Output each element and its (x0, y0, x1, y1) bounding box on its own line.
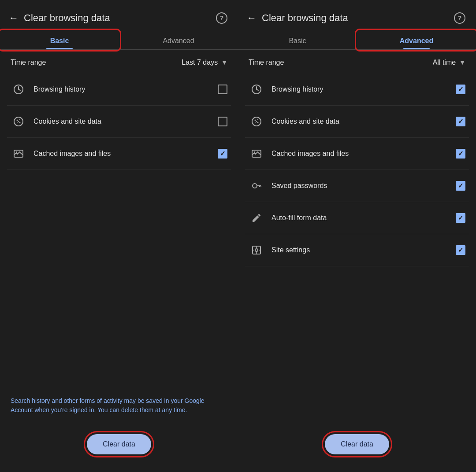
svg-point-23 (255, 249, 258, 251)
left-item-cached[interactable]: Cached images and files (7, 138, 231, 170)
right-passwords-checkbox[interactable] (456, 181, 465, 191)
left-cached-label: Cached images and files (33, 150, 211, 158)
svg-point-18 (253, 184, 257, 188)
right-tab-basic[interactable]: Basic (238, 31, 357, 49)
image-icon (249, 146, 264, 162)
right-browsing-history-checkbox[interactable] (456, 85, 465, 94)
left-items-list: Browsing history Cookies and site data C… (0, 74, 238, 387)
left-back-button[interactable]: ← (9, 12, 19, 24)
left-item-browsing-history[interactable]: Browsing history (7, 74, 231, 106)
right-passwords-label: Saved passwords (271, 182, 449, 190)
right-title: Clear browsing data (262, 12, 449, 24)
pencil-icon (249, 210, 264, 226)
right-cached-label: Cached images and files (271, 150, 449, 158)
svg-point-8 (16, 151, 17, 153)
right-clear-data-button[interactable]: Clear data (325, 434, 389, 454)
left-time-range-dropdown[interactable]: Last 7 days ▼ (182, 59, 227, 66)
svg-point-6 (18, 121, 19, 122)
right-cached-checkbox[interactable] (456, 149, 465, 159)
right-item-cached[interactable]: Cached images and files (245, 138, 469, 170)
svg-point-15 (256, 121, 257, 122)
left-info-text: Search history and other forms of activi… (0, 387, 238, 424)
left-tabs: Basic Advanced (0, 31, 238, 50)
left-cached-checkbox[interactable] (218, 149, 227, 159)
right-panel: ← Clear browsing data ? Basic Advanced T… (238, 0, 476, 472)
key-icon (249, 178, 264, 194)
right-item-browsing-history[interactable]: Browsing history (245, 74, 469, 106)
left-cookies-checkbox[interactable] (218, 117, 227, 126)
cookie-icon (249, 114, 264, 129)
svg-point-2 (17, 120, 18, 121)
left-browsing-history-checkbox[interactable] (218, 85, 227, 94)
left-time-range: Time range Last 7 days ▼ (0, 52, 238, 74)
left-footer: Clear data (0, 424, 238, 472)
left-cookies-label: Cookies and site data (33, 118, 211, 125)
left-clear-data-button[interactable]: Clear data (87, 434, 151, 454)
clock-icon (249, 81, 264, 97)
svg-point-3 (19, 119, 20, 120)
clock-icon (11, 81, 26, 97)
right-item-passwords[interactable]: Saved passwords (245, 170, 469, 202)
right-footer: Clear data (238, 424, 476, 472)
right-site-settings-label: Site settings (271, 246, 449, 254)
site-settings-icon (249, 242, 264, 258)
right-item-autofill[interactable]: Auto-fill form data (245, 202, 469, 234)
right-site-settings-checkbox[interactable] (456, 245, 465, 255)
right-tab-advanced[interactable]: Advanced (357, 31, 476, 49)
left-item-cookies[interactable]: Cookies and site data (7, 106, 231, 138)
right-time-range-dropdown[interactable]: All time ▼ (433, 59, 465, 66)
right-dropdown-arrow-icon: ▼ (459, 59, 465, 66)
left-time-range-label: Time range (11, 59, 46, 66)
right-help-button[interactable]: ? (454, 12, 465, 24)
right-autofill-checkbox[interactable] (456, 213, 465, 223)
right-time-range-label: Time range (249, 59, 284, 66)
svg-point-4 (19, 122, 21, 123)
right-cookies-checkbox[interactable] (456, 117, 465, 126)
right-header: ← Clear browsing data ? (238, 0, 476, 31)
right-back-button[interactable]: ← (247, 12, 257, 24)
left-title: Clear browsing data (24, 12, 211, 24)
svg-point-11 (255, 120, 256, 121)
svg-point-12 (257, 119, 258, 120)
right-time-range: Time range All time ▼ (238, 52, 476, 74)
left-tab-advanced[interactable]: Advanced (119, 31, 238, 49)
left-tab-basic[interactable]: Basic (0, 31, 119, 49)
right-browsing-history-label: Browsing history (271, 85, 449, 93)
left-browsing-history-label: Browsing history (33, 85, 211, 93)
right-tabs: Basic Advanced (238, 31, 476, 50)
right-items-list: Browsing history Cookies and site data C… (238, 74, 476, 424)
left-help-button[interactable]: ? (216, 12, 227, 24)
right-item-site-settings[interactable]: Site settings (245, 234, 469, 266)
svg-point-17 (254, 151, 255, 153)
left-dropdown-arrow-icon: ▼ (221, 59, 227, 66)
svg-point-14 (255, 122, 256, 123)
svg-point-5 (17, 122, 18, 123)
svg-point-13 (257, 122, 259, 123)
right-autofill-label: Auto-fill form data (271, 214, 449, 222)
right-item-cookies[interactable]: Cookies and site data (245, 106, 469, 138)
cookie-icon (11, 114, 26, 129)
right-cookies-label: Cookies and site data (271, 118, 449, 125)
left-panel: ← Clear browsing data ? Basic Advanced T… (0, 0, 238, 472)
left-header: ← Clear browsing data ? (0, 0, 238, 31)
image-icon (11, 146, 26, 162)
